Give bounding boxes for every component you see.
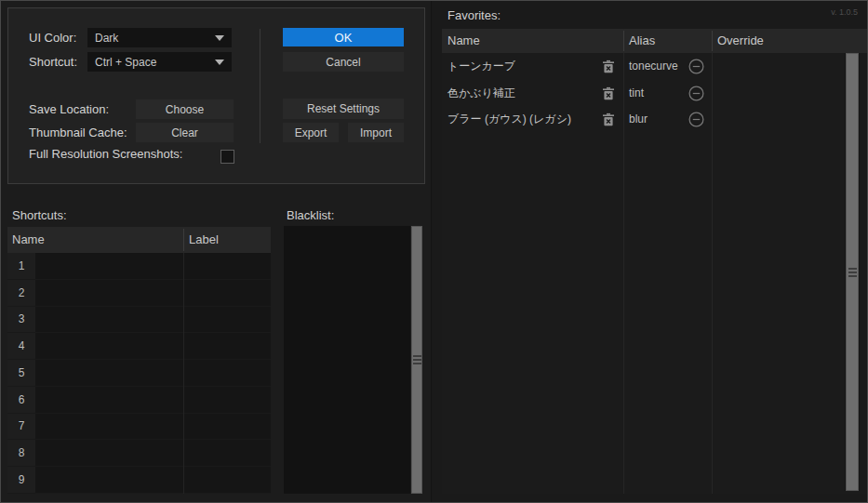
scrollbar-grip-icon [413,355,421,364]
ui-color-value: Dark [95,32,118,45]
column-divider [712,31,713,51]
shortcut-name-cell[interactable] [35,467,183,494]
export-button[interactable]: Export [283,123,339,142]
reset-settings-button[interactable]: Reset Settings [283,99,404,119]
favorites-scrollbar-thumb[interactable] [846,53,859,491]
blacklist-scrollbar [410,226,423,494]
shortcut-number: 3 [7,307,35,334]
import-button[interactable]: Import [348,123,404,142]
shortcut-number: 9 [7,467,35,494]
table-row: 7 [7,414,271,441]
save-location-label: Save Location: [29,99,109,119]
table-row: 2 [7,280,271,307]
shortcut-label-cell[interactable] [184,360,271,387]
shortcuts-title: Shortcuts: [12,208,67,222]
favorite-name: ブラー (ガウス) (レガシ) [447,106,571,133]
ok-button[interactable]: OK [283,28,404,46]
shortcut-name-cell[interactable] [35,360,183,387]
ui-color-label: UI Color: [29,28,76,47]
chevron-down-icon [215,35,224,41]
shortcuts-table-header: Name Label [7,227,271,253]
remove-alias-icon[interactable] [688,59,704,74]
table-row: 1 [7,253,271,280]
panel-divider [260,29,260,143]
shortcut-number: 7 [7,414,35,441]
favorites-table-header: Name Alias Override [442,29,867,53]
favorites-col-name: Name [447,29,480,53]
table-row: 4 [7,333,271,360]
shortcuts-col-name: Name [12,227,45,253]
shortcut-select[interactable]: Ctrl + Space [87,52,232,72]
clear-button[interactable]: Clear [136,123,234,142]
full-resolution-checkbox[interactable] [220,150,234,164]
shortcut-label-cell[interactable] [184,414,271,441]
trash-icon[interactable] [602,60,615,73]
blacklist-title: Blacklist: [287,208,334,222]
shortcuts-table: Name Label 1 2 3 4 5 [7,227,271,494]
shortcut-number: 2 [7,280,35,307]
favorites-table-body: トーンカーブ tonecurve 色かぶり補正 [442,53,867,494]
favorites-row: 色かぶり補正 tint [442,80,867,107]
shortcut-number: 4 [7,333,35,360]
shortcut-label-cell[interactable] [184,280,271,307]
shortcut-number: 1 [7,253,35,280]
shortcut-label-cell[interactable] [184,467,271,494]
shortcut-name-cell[interactable] [35,307,183,334]
shortcut-name-cell[interactable] [35,253,183,280]
favorites-col-alias: Alias [629,29,655,53]
remove-alias-icon[interactable] [688,86,704,101]
version-label: v. 1.0.5 [831,7,858,17]
shortcut-number: 6 [7,387,35,414]
shortcut-value: Ctrl + Space [95,56,156,69]
shortcut-name-cell[interactable] [35,414,183,441]
shortcut-name-cell[interactable] [35,440,183,467]
favorites-row: トーンカーブ tonecurve [442,53,867,80]
shortcut-name-cell[interactable] [35,387,183,414]
favorite-name: トーンカーブ [447,53,515,80]
shortcuts-table-body: 1 2 3 4 5 6 [7,253,271,494]
shortcuts-col-label: Label [189,227,219,253]
shortcut-name-cell[interactable] [35,280,183,307]
column-divider [623,31,624,51]
blacklist-list[interactable] [284,226,423,494]
chevron-down-icon [215,60,224,65]
blacklist-scrollbar-thumb[interactable] [411,226,422,494]
favorites-scrollbar [845,53,860,491]
shortcut-label: Shortcut: [29,52,77,72]
choose-button[interactable]: Choose [136,99,234,119]
column-divider [183,229,184,251]
trash-icon[interactable] [602,86,615,100]
shortcut-label-cell[interactable] [184,333,271,360]
shortcut-number: 5 [7,360,35,387]
favorites-title: Favorites: [447,8,501,22]
favorites-col-override: Override [717,29,764,53]
favorites-table: Name Alias Override トーンカーブ tonecurve [442,29,867,494]
table-row: 8 [7,440,271,467]
shortcut-label-cell[interactable] [184,307,271,334]
thumbnail-cache-label: Thumbnail Cache: [29,123,127,142]
ui-color-select[interactable]: Dark [87,28,232,47]
table-row: 3 [7,307,271,334]
table-row: 9 [7,467,271,494]
shortcut-name-cell[interactable] [35,333,183,360]
favorite-alias[interactable]: tonecurve [629,53,678,80]
table-row: 6 [7,387,271,414]
cancel-button[interactable]: Cancel [283,52,404,72]
shortcut-label-cell[interactable] [184,440,271,467]
favorite-alias[interactable]: blur [629,106,648,133]
table-row: 5 [7,360,271,387]
remove-alias-icon[interactable] [688,112,704,127]
favorite-alias[interactable]: tint [629,80,644,107]
favorites-row: ブラー (ガウス) (レガシ) blur [442,106,867,133]
settings-panel: UI Color: Dark Shortcut: Ctrl + Space OK… [7,7,425,184]
favorite-name: 色かぶり補正 [447,80,515,107]
shortcut-number: 8 [7,440,35,467]
full-resolution-label: Full Resolution Screenshots: [29,147,182,161]
trash-icon[interactable] [602,113,615,126]
shortcut-label-cell[interactable] [184,253,271,280]
shortcut-label-cell[interactable] [184,387,271,414]
scrollbar-grip-icon [848,268,857,277]
